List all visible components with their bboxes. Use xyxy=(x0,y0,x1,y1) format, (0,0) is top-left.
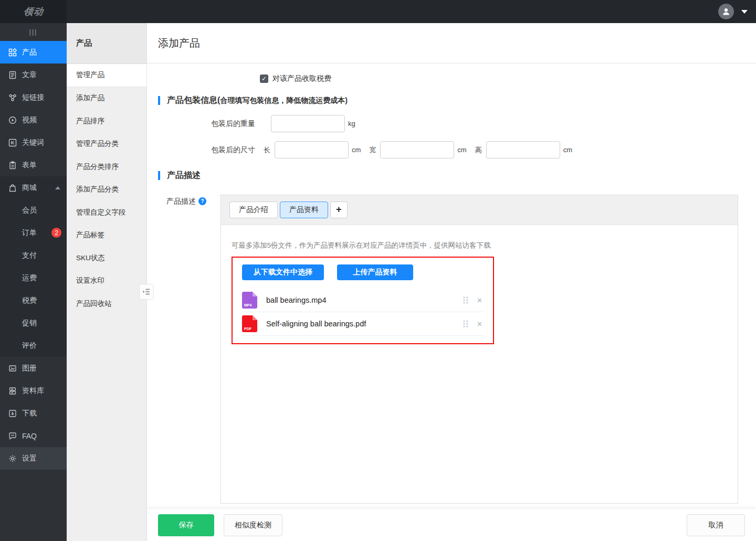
submenu-item-recycle-bin[interactable]: 产品回收站 xyxy=(67,292,146,315)
weight-unit: kg xyxy=(348,120,355,128)
settings-icon xyxy=(8,454,17,463)
help-icon[interactable]: ? xyxy=(198,197,206,205)
sidebar-item-articles[interactable]: 文章 xyxy=(0,63,67,86)
sidebar-item-faq[interactable]: FAQ xyxy=(0,425,67,447)
height-unit: cm xyxy=(563,146,572,154)
sidebar-subitem-reviews[interactable]: 评价 xyxy=(0,334,67,357)
sidebar-item-label: 下载 xyxy=(22,409,37,418)
tax-checkbox[interactable]: ✓ xyxy=(260,75,268,83)
article-icon xyxy=(8,71,17,79)
sidebar-subitem-members[interactable]: 会员 xyxy=(0,199,67,221)
form-icon xyxy=(8,161,17,169)
sidebar-item-library[interactable]: 资料库 xyxy=(0,379,67,402)
sidebar-item-products[interactable]: 产品 xyxy=(0,41,67,63)
submenu-item-sku-status[interactable]: SKU状态 xyxy=(67,247,146,270)
download-icon xyxy=(8,409,17,418)
submenu-item-product-tags[interactable]: 产品标签 xyxy=(67,224,146,247)
description-editor: 产品介绍 产品资料 + 可最多添加5份文件，作为产品资料展示在对应产品的详情页中… xyxy=(220,195,738,504)
cancel-button[interactable]: 取消 xyxy=(687,514,745,536)
packaging-section-header: 产品包装信息(合理填写包装信息，降低物流运费成本) xyxy=(158,95,745,106)
select-from-downloads-button[interactable]: 从下载文件中选择 xyxy=(242,264,324,280)
brand-logo: 领动 xyxy=(23,5,44,18)
pdf-file-icon: PDF xyxy=(242,315,257,332)
page-header: 添加产品 xyxy=(147,23,756,63)
drag-handle-icon[interactable] xyxy=(462,320,469,328)
width-input[interactable] xyxy=(380,141,454,158)
shortlink-icon xyxy=(8,93,17,102)
height-prefix: 高 xyxy=(475,145,482,155)
submenu-item-add-category[interactable]: 添加产品分类 xyxy=(67,178,146,201)
sidebar-item-label: 商城 xyxy=(22,183,37,193)
orders-count-badge: 2 xyxy=(51,228,61,238)
save-button[interactable]: 保存 xyxy=(158,514,214,536)
svg-text:K: K xyxy=(11,140,15,145)
file-name: Self-aligning ball bearings.pdf xyxy=(266,320,462,328)
weight-input[interactable] xyxy=(271,115,345,132)
sidebar-item-label: 资料库 xyxy=(22,386,44,396)
tab-product-intro[interactable]: 产品介绍 xyxy=(229,201,278,218)
submenu-item-add-product[interactable]: 添加产品 xyxy=(67,87,146,110)
sidebar-item-label: 设置 xyxy=(22,454,37,463)
sidebar-item-label: 文章 xyxy=(22,70,37,80)
tax-checkbox-row: ✓ 对该产品收取税费 xyxy=(260,74,745,83)
weight-label: 包装后的重量 xyxy=(158,119,255,129)
height-input[interactable] xyxy=(486,141,560,158)
file-list: MP4 ball bearings.mp4 ✕ xyxy=(242,289,484,336)
account-dropdown-caret[interactable] xyxy=(741,10,748,14)
svg-text:PDF: PDF xyxy=(244,327,252,331)
submenu-item-manage-products[interactable]: 管理产品 xyxy=(67,64,146,87)
sidebar-subitem-promotions[interactable]: 促销 xyxy=(0,312,67,334)
sidebar-item-mall[interactable]: 商城 xyxy=(0,176,67,199)
submenu-title: 产品 xyxy=(67,23,146,64)
submenu-item-custom-fields[interactable]: 管理自定义字段 xyxy=(67,201,146,224)
gallery-icon xyxy=(8,364,17,373)
tab-product-files[interactable]: 产品资料 xyxy=(280,201,328,218)
sidebar-subitem-orders[interactable]: 订单 2 xyxy=(0,221,67,244)
length-input[interactable] xyxy=(275,141,349,158)
sidebar-subitem-payments[interactable]: 支付 xyxy=(0,244,67,267)
collapse-menu-icon xyxy=(142,288,151,295)
tax-checkbox-label: 对该产品收取税费 xyxy=(272,74,331,83)
description-label: 产品描述 xyxy=(166,197,196,206)
footer-action-bar: 保存 相似度检测 取消 xyxy=(147,509,756,541)
sidebar-item-gallery[interactable]: 图册 xyxy=(0,357,67,379)
remove-file-icon[interactable]: ✕ xyxy=(476,320,484,328)
sidebar-item-videos[interactable]: 视频 xyxy=(0,109,67,131)
submenu-collapse-button[interactable] xyxy=(139,284,154,300)
file-row: PDF Self-aligning ball bearings.pdf ✕ xyxy=(242,312,484,336)
weight-field-row: 包装后的重量 kg xyxy=(158,115,745,132)
highlight-annotation: 从下载文件中选择 上传产品资料 MP4 xyxy=(232,257,494,344)
upload-product-files-button[interactable]: 上传产品资料 xyxy=(337,264,413,280)
section-accent-bar xyxy=(158,171,160,180)
drag-handle-icon[interactable] xyxy=(462,296,469,304)
logo-area: 领动 xyxy=(0,0,67,23)
sidebar-item-shortlinks[interactable]: 短链接 xyxy=(0,86,67,109)
sidebar-item-label: 产品 xyxy=(22,48,37,57)
remove-file-icon[interactable]: ✕ xyxy=(476,296,484,304)
sidebar-collapse-handle[interactable]: ||| xyxy=(0,23,67,41)
person-icon xyxy=(722,7,730,16)
sidebar-item-label: 视频 xyxy=(22,115,37,125)
similarity-check-button[interactable]: 相似度检测 xyxy=(224,514,282,536)
keyword-icon: K xyxy=(8,139,17,147)
sidebar-subitem-taxes[interactable]: 税费 xyxy=(0,289,67,312)
submenu-item-watermark[interactable]: 设置水印 xyxy=(67,270,146,293)
main-content: 添加产品 ✓ 对该产品收取税费 产品包装信息(合理填写包装信息，降低物流运费成本… xyxy=(147,23,756,541)
sidebar-item-label: FAQ xyxy=(22,432,37,440)
sidebar-subitem-shipping[interactable]: 运费 xyxy=(0,267,67,289)
sidebar-item-forms[interactable]: 表单 xyxy=(0,154,67,176)
submenu-item-manage-categories[interactable]: 管理产品分类 xyxy=(67,133,146,156)
sidebar-item-downloads[interactable]: 下载 xyxy=(0,402,67,425)
add-tab-button[interactable]: + xyxy=(330,201,348,218)
top-bar: 领动 xyxy=(0,0,756,23)
chevron-up-icon xyxy=(55,186,60,189)
dimensions-field-row: 包装后的尺寸 长 cm 宽 cm 高 cm xyxy=(158,141,745,158)
sidebar-item-keywords[interactable]: K 关键词 xyxy=(0,131,67,154)
sidebar-item-settings[interactable]: 设置 xyxy=(0,447,67,470)
submenu-item-product-sort[interactable]: 产品排序 xyxy=(67,110,146,133)
width-prefix: 宽 xyxy=(369,145,376,155)
faq-icon xyxy=(8,432,17,440)
user-avatar[interactable] xyxy=(718,4,734,19)
dimensions-label: 包装后的尺寸 xyxy=(158,145,255,155)
submenu-item-category-sort[interactable]: 产品分类排序 xyxy=(67,155,146,178)
